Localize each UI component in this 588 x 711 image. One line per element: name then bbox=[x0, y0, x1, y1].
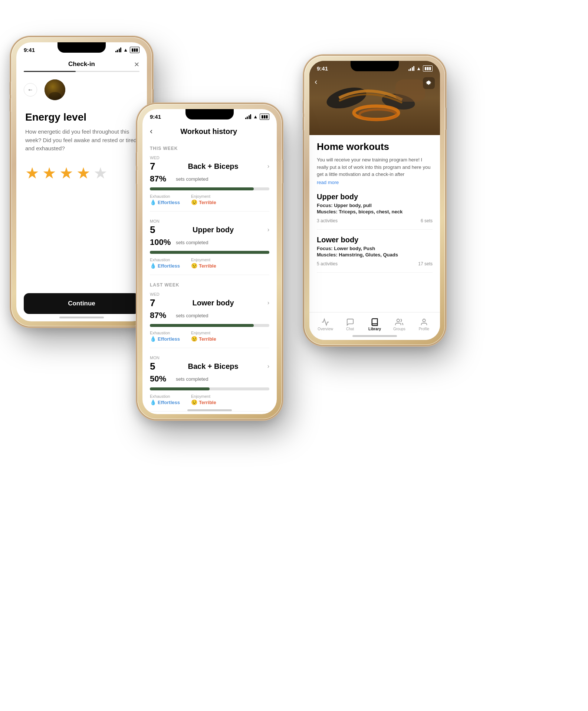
workout-date-num: 7 bbox=[150, 298, 155, 308]
enjoyment-icon: 😟 bbox=[191, 263, 197, 269]
star-1[interactable]: ★ bbox=[25, 164, 39, 182]
back-button[interactable]: ‹ bbox=[315, 77, 317, 87]
workout-date-row: WED bbox=[150, 292, 269, 296]
star-3[interactable]: ★ bbox=[59, 164, 73, 182]
workout-day: WED bbox=[150, 155, 161, 160]
star-5[interactable]: ★ bbox=[93, 164, 108, 182]
progress-label: sets completed bbox=[176, 176, 208, 182]
phone-workout-history: 9:41 ▲ ▮▮▮ ‹ Workout history THIS WEEK bbox=[137, 104, 282, 419]
focus-value: Lower body, Push bbox=[334, 246, 375, 251]
enjoyment-value: 😟 Terrible bbox=[191, 263, 216, 269]
nav-label-groups: Groups bbox=[393, 327, 405, 331]
wifi-icon: ▲ bbox=[123, 47, 128, 53]
volume-down-btn[interactable] bbox=[136, 170, 137, 184]
sets-count: 17 sets bbox=[418, 261, 433, 266]
progress-bar-fill bbox=[150, 324, 254, 327]
phone-checkin: 9:41 ▲ ▮▮▮ Check-in ✕ ← bbox=[11, 37, 152, 327]
volume-up-btn[interactable] bbox=[136, 152, 137, 166]
exhaustion-metric: Exhaustion 💧 Effortless bbox=[150, 194, 180, 205]
status-time: 9:41 bbox=[24, 47, 35, 53]
library-icon bbox=[371, 318, 379, 326]
notch bbox=[185, 109, 234, 119]
nav-label-profile: Profile bbox=[419, 327, 429, 331]
upper-body-section[interactable]: Upper body Focus: Upper body, pull Muscl… bbox=[317, 193, 433, 230]
exhaustion-icon: 💧 bbox=[150, 199, 156, 205]
section-title: Lower body bbox=[317, 236, 433, 244]
nav-item-library[interactable]: Library bbox=[362, 318, 387, 331]
lower-body-section[interactable]: Lower body Focus: Lower body, Push Muscl… bbox=[317, 236, 433, 273]
back-avatar-row: ← bbox=[16, 72, 147, 104]
table-row[interactable]: MON 5 Back + Biceps › 50% sets completed… bbox=[150, 356, 269, 412]
chevron-right-icon: › bbox=[267, 363, 269, 370]
read-more-link[interactable]: read more bbox=[317, 180, 433, 185]
checkin-header: Check-in ✕ bbox=[16, 55, 147, 71]
checkin-content: Energy level How energetic did you feel … bbox=[16, 104, 147, 204]
table-row[interactable]: WED 7 Back + Biceps › 87% sets completed… bbox=[150, 155, 269, 212]
home-workout-description: You will receive your new training progr… bbox=[317, 156, 433, 178]
status-icons: ▲ ▮▮▮ bbox=[115, 47, 139, 53]
enjoyment-icon: 😟 bbox=[191, 336, 197, 342]
section-focus: Focus: Lower body, Push bbox=[317, 246, 433, 251]
home-indicator bbox=[59, 317, 104, 318]
power-btn[interactable] bbox=[445, 108, 447, 130]
table-row[interactable]: WED 7 Lower body › 87% sets completed Ex… bbox=[150, 292, 269, 348]
nav-item-overview[interactable]: Overview bbox=[313, 318, 338, 331]
volume-down-btn[interactable] bbox=[10, 98, 11, 112]
chat-icon bbox=[346, 318, 354, 326]
workout-day: WED bbox=[150, 292, 161, 296]
signal-icon bbox=[115, 47, 122, 52]
workout-name-row: 7 Back + Biceps › bbox=[150, 161, 269, 171]
power-btn[interactable] bbox=[282, 160, 283, 183]
workout-name: Lower body bbox=[192, 299, 234, 307]
nav-label-chat: Chat bbox=[346, 327, 354, 331]
nav-item-groups[interactable]: Groups bbox=[387, 318, 411, 331]
nav-item-profile[interactable]: Profile bbox=[412, 318, 436, 331]
workout-name: Back + Biceps bbox=[188, 362, 238, 371]
activities-count: 3 activities bbox=[317, 218, 338, 223]
enjoyment-text: Terrible bbox=[199, 263, 216, 269]
section-stats: 5 activities 17 sets bbox=[317, 261, 433, 266]
table-row[interactable]: MON 5 Upper body › 100% sets completed E… bbox=[150, 219, 269, 275]
settings-icon[interactable] bbox=[423, 77, 435, 89]
workout-name: Back + Biceps bbox=[188, 162, 238, 171]
volume-up-btn[interactable] bbox=[303, 100, 304, 114]
exhaustion-value: 💧 Effortless bbox=[150, 336, 180, 342]
progress-bar bbox=[150, 251, 269, 254]
checkin-screen: 9:41 ▲ ▮▮▮ Check-in ✕ ← bbox=[16, 42, 147, 321]
exhaustion-value: 💧 Effortless bbox=[150, 263, 180, 269]
energy-desc: How energetic did you feel throughout th… bbox=[25, 128, 138, 153]
enjoyment-text: Terrible bbox=[199, 400, 216, 405]
back-button[interactable]: ‹ bbox=[150, 127, 152, 136]
workout-history-header: ‹ Workout history bbox=[142, 121, 277, 140]
close-icon[interactable]: ✕ bbox=[134, 60, 139, 69]
star-4[interactable]: ★ bbox=[76, 164, 91, 182]
workout-date-row: MON bbox=[150, 219, 269, 223]
progress-bar-fill bbox=[150, 387, 210, 390]
section-muscles: Muscles: Triceps, biceps, chest, neck bbox=[317, 209, 433, 214]
volume-down-btn[interactable] bbox=[303, 117, 304, 130]
star-2[interactable]: ★ bbox=[42, 164, 56, 182]
exhaustion-value: 💧 Effortless bbox=[150, 399, 180, 405]
workout-hero-image: 9:41 ▲ ▮▮▮ ‹ bbox=[309, 61, 440, 135]
volume-up-btn[interactable] bbox=[10, 82, 11, 95]
this-week-label: THIS WEEK bbox=[150, 146, 269, 151]
checkin-title: Check-in bbox=[68, 60, 95, 68]
muscles-label: Muscles: bbox=[317, 209, 339, 214]
star-rating[interactable]: ★ ★ ★ ★ ★ bbox=[25, 164, 138, 182]
last-week-label: LAST WEEK bbox=[150, 282, 269, 288]
wifi-icon: ▲ bbox=[416, 66, 421, 71]
workout-history-title: Workout history bbox=[156, 127, 261, 136]
home-indicator bbox=[187, 409, 232, 411]
svg-point-6 bbox=[397, 319, 400, 321]
wifi-icon: ▲ bbox=[253, 114, 258, 119]
continue-button[interactable]: Continue bbox=[24, 293, 139, 314]
progress-label: sets completed bbox=[176, 313, 208, 318]
workout-name: Upper body bbox=[193, 226, 234, 234]
nav-item-chat[interactable]: Chat bbox=[338, 318, 362, 331]
back-button[interactable]: ← bbox=[24, 83, 37, 96]
exhaustion-label: Exhaustion bbox=[150, 194, 180, 199]
chevron-right-icon: › bbox=[267, 163, 269, 170]
exhaustion-label: Exhaustion bbox=[150, 331, 180, 335]
svg-point-7 bbox=[423, 319, 425, 321]
metrics-row: Exhaustion 💧 Effortless Enjoyment 😟 Terr… bbox=[150, 394, 269, 405]
